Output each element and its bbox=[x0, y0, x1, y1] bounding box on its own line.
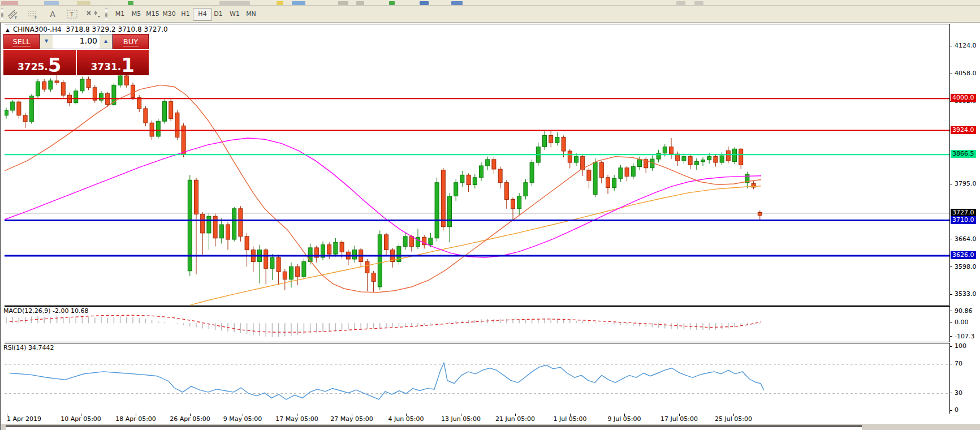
fibonacci-grid-icon[interactable]: F bbox=[25, 7, 40, 20]
buy-button[interactable]: BUY bbox=[113, 34, 149, 49]
tab-timeframe-M1[interactable]: M1 bbox=[111, 8, 129, 20]
volume-input[interactable]: 1.00 bbox=[53, 35, 100, 49]
chart-title: ▲CHINA300-,H4 3718.83729.23710.83727.0 bbox=[6, 25, 170, 33]
clipped-upper-toolbar bbox=[0, 0, 980, 6]
macd-tick-mark bbox=[950, 322, 952, 323]
clipped-icon-fragment bbox=[451, 1, 463, 5]
time-axis-label: 27 May 05:00 bbox=[330, 415, 373, 423]
ma-long-line bbox=[177, 186, 761, 305]
sell-button[interactable]: SELL bbox=[3, 34, 40, 49]
price-tick-mark bbox=[950, 46, 952, 46]
macd-signal-line bbox=[10, 315, 761, 332]
collapse-panel-icon[interactable]: ▲ bbox=[6, 27, 10, 33]
text-icon[interactable]: A bbox=[45, 7, 60, 20]
time-axis-label: 4 Jun 05:00 bbox=[388, 415, 424, 423]
rsi-tick-mark bbox=[950, 410, 952, 411]
time-axis-label: 1 Apr 2019 bbox=[7, 415, 41, 423]
rsi-label: RSI(14) 34.7442 bbox=[3, 344, 54, 351]
arrow-style-icon[interactable] bbox=[85, 7, 100, 20]
open-value: 3718.8 bbox=[66, 25, 90, 33]
svg-text:E: E bbox=[15, 16, 17, 19]
main-toolbar: EFAT M1M5M15M30H1H4D1W1MN bbox=[0, 6, 980, 23]
sell-price-display[interactable]: 3725.5 bbox=[3, 50, 76, 75]
time-axis-label: 26 Apr 05:00 bbox=[170, 415, 210, 423]
macd-tick-label: 0.00 bbox=[955, 319, 969, 326]
time-axis-label: 9 Jul 05:00 bbox=[608, 415, 641, 423]
chart-window: ▲CHINA300-,H4 3718.83729.23710.83727.0 S… bbox=[0, 23, 980, 430]
rsi-tick-label: 70 bbox=[955, 360, 962, 367]
clipped-icon-fragment bbox=[356, 1, 364, 5]
clipped-icon-fragment bbox=[676, 1, 685, 5]
clipped-icon-fragment bbox=[77, 1, 90, 5]
rsi-indicator-panel[interactable] bbox=[5, 343, 950, 415]
time-axis-label: 17 May 05:00 bbox=[275, 415, 318, 423]
volume-increase-button[interactable]: ▲ bbox=[100, 35, 112, 49]
price-tick-label: 3664.0 bbox=[955, 236, 977, 243]
price-tick-mark bbox=[950, 294, 952, 295]
price-level-badge: 3924.0 bbox=[951, 126, 976, 134]
close-value: 3727.0 bbox=[144, 25, 168, 33]
clipped-icon-fragment bbox=[277, 1, 283, 5]
symbol-label: CHINA300-,H4 bbox=[13, 25, 62, 33]
price-level-badge: 3710.0 bbox=[951, 216, 976, 224]
tab-timeframe-M15[interactable]: M15 bbox=[144, 8, 162, 20]
price-tick-mark bbox=[950, 74, 952, 74]
rsi-tick-mark bbox=[950, 346, 952, 347]
tab-timeframe-D1[interactable]: D1 bbox=[209, 8, 227, 20]
next-window-edge bbox=[1, 424, 980, 430]
rsi-tick-label: 0 bbox=[955, 407, 959, 414]
volume-decrease-button[interactable]: ▼ bbox=[40, 35, 53, 49]
price-tick-mark bbox=[950, 184, 952, 184]
rsi-tick-label: 100 bbox=[955, 343, 966, 350]
price-tick-label: 3533.0 bbox=[955, 291, 977, 298]
price-tick-label: 4124.0 bbox=[955, 42, 977, 49]
tab-timeframe-MN[interactable]: MN bbox=[242, 8, 260, 20]
rsi-tick-mark bbox=[950, 364, 952, 364]
price-level-badge: 4000.0 bbox=[951, 94, 976, 102]
time-axis-label: 1 Jul 05:00 bbox=[554, 415, 587, 423]
price-level-badge: 3866.5 bbox=[951, 150, 976, 158]
rsi-tick-mark bbox=[950, 393, 952, 393]
text-label-icon[interactable]: T bbox=[65, 7, 80, 20]
clipped-icon-fragment bbox=[44, 1, 59, 5]
price-tick-label: 3795.0 bbox=[955, 180, 977, 187]
svg-text:T: T bbox=[70, 11, 74, 18]
macd-tick-label: 90.86 bbox=[955, 308, 973, 315]
clipped-icon-fragment bbox=[292, 1, 305, 5]
time-axis[interactable]: 1 Apr 201910 Apr 05:0018 Apr 05:0026 Apr… bbox=[5, 414, 980, 424]
buy-price-display[interactable]: 3731.1 bbox=[77, 50, 149, 75]
clipped-icon-fragment bbox=[1, 1, 18, 5]
time-axis-label: 18 Apr 05:00 bbox=[115, 415, 156, 423]
time-axis-label: 13 Jun 05:00 bbox=[441, 415, 481, 423]
svg-text:F: F bbox=[34, 16, 37, 19]
low-value: 3710.8 bbox=[118, 25, 142, 33]
equidistant-channel-icon[interactable]: E bbox=[6, 7, 20, 20]
time-axis-label: 9 May 05:00 bbox=[223, 415, 262, 423]
ma-fast-line bbox=[5, 85, 761, 292]
toolbar-drag-handle[interactable] bbox=[105, 8, 107, 20]
tab-timeframe-H1[interactable]: H1 bbox=[176, 8, 195, 20]
price-tick-label: 4058.0 bbox=[955, 70, 977, 77]
macd-histogram bbox=[6, 316, 760, 337]
tab-timeframe-M5[interactable]: M5 bbox=[127, 8, 145, 20]
clipped-icon-fragment bbox=[420, 1, 429, 5]
rsi-tick-label: 30 bbox=[955, 390, 962, 397]
clipped-icon-fragment bbox=[389, 1, 395, 5]
tab-timeframe-M30[interactable]: M30 bbox=[160, 8, 178, 20]
price-tick-mark bbox=[950, 266, 952, 267]
price-scale[interactable]: 4124.04058.03992.03795.03664.03598.03533… bbox=[950, 23, 980, 414]
ma-slow-line bbox=[5, 138, 761, 257]
clipped-icon-fragment bbox=[694, 1, 703, 5]
time-axis-label: 25 Jul 05:00 bbox=[715, 415, 752, 423]
macd-label: MACD(12,26,9) -2.00 10.68 bbox=[3, 307, 89, 315]
macd-indicator-panel[interactable] bbox=[5, 306, 950, 342]
price-tick-mark bbox=[950, 239, 952, 239]
tab-timeframe-W1[interactable]: W1 bbox=[226, 8, 244, 20]
price-tick-label: 3598.0 bbox=[955, 264, 977, 270]
macd-tick-mark bbox=[950, 311, 952, 311]
toolbar-drag-handle[interactable] bbox=[1, 8, 3, 20]
candlestick-series bbox=[5, 74, 762, 292]
time-axis-label: 21 Jun 05:00 bbox=[495, 415, 535, 423]
high-value: 3729.2 bbox=[92, 25, 116, 33]
clipped-icon-fragment bbox=[128, 1, 133, 5]
